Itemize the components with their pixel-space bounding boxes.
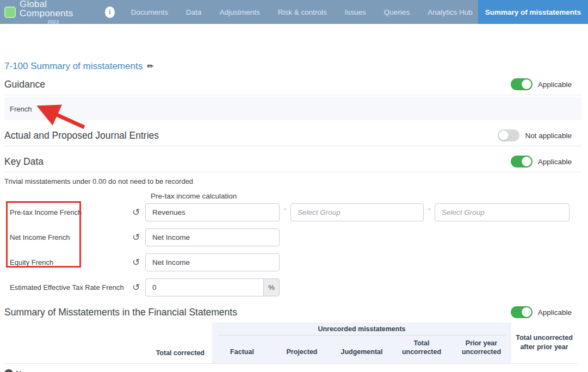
guidance-content-box[interactable]: French [4,97,581,120]
misstatements-table: Total corrected Unrecorded misstatements… [4,323,577,364]
page-title-row: 7-100 Summary of misstatements ✏ [4,61,581,72]
pretax-income-account-input[interactable] [145,203,280,221]
summary-title: Summary of Misstatements in the Financia… [4,307,237,318]
group-header-text: Unrecorded misstatements [218,323,506,336]
pretax-income-label: Pre-tax Income French [4,208,127,216]
journal-entries-toggle[interactable] [498,129,519,141]
group-header-unrecorded-misstatements: Unrecorded misstatements [212,323,511,336]
undo-icon[interactable]: ↺ [127,233,145,242]
column-header-total-uncorrected-after-prior-year: Total uncorrected after prior year [511,323,577,363]
trivial-misstatements-note: Trivial misstatements under 0.00 do not … [4,177,581,185]
toggle-knob [499,131,509,140]
undo-icon[interactable]: ↺ [127,283,145,292]
summary-toggle[interactable] [511,306,533,318]
minus-separator: - [284,203,286,213]
guidance-section-header: Guidance Applicable [4,72,581,95]
new-group-label: New group [16,369,51,372]
plus-circle-icon: + [4,369,13,372]
nav-item-documents[interactable]: Documents [131,8,168,16]
info-icon[interactable]: i [105,7,114,18]
guidance-title: Guidance [4,79,45,90]
summary-section-header: Summary of Misstatements in the Financia… [4,296,581,318]
key-data-toggle[interactable] [511,156,533,168]
equity-label: Equity French [4,258,127,266]
main-content: 7-100 Summary of misstatements ✏ Guidanc… [0,61,588,372]
app-logo-icon [4,7,16,18]
key-data-row-tax-rate: Estimated Effective Tax Rate French ↺ % [4,278,581,296]
page-title[interactable]: 7-100 Summary of misstatements [4,61,143,72]
nav-item-risk-controls[interactable]: Risk & controls [278,8,327,16]
journal-entries-toggle-label: Not applicable [525,132,572,140]
column-header-judgemental: Judgemental [332,336,392,363]
journal-entries-toggle-wrap: Not applicable [498,129,572,141]
guidance-toggle-label: Applicable [538,80,572,89]
pretax-income-group3-input[interactable] [435,203,570,221]
equity-input[interactable] [145,253,280,271]
undo-icon[interactable]: ↺ [127,258,145,267]
tax-rate-input-group: % [145,278,280,296]
app-title: Global Components [20,0,86,18]
column-header-prior-year-uncorrected: Prior year uncorrected [451,336,511,363]
edit-pencil-icon[interactable]: ✏ [147,61,154,71]
app-logo[interactable]: Global Components 2022 [0,0,92,24]
net-income-input[interactable] [145,228,280,246]
guidance-toggle-wrap: Applicable [511,78,572,90]
key-data-section-header: Key Data Applicable [4,146,581,172]
nav-items: Documents Data Adjustments Risk & contro… [131,0,473,24]
nav-item-issues[interactable]: Issues [345,8,366,16]
nav-item-summary-of-misstatements-active[interactable]: Summary of misstatements [478,0,588,24]
pretax-income-group2-input[interactable] [290,203,424,221]
toggle-knob [522,157,531,166]
net-income-label: Net Income French [4,233,127,241]
column-header-projected: Projected [272,336,332,363]
new-group-button[interactable]: + New group [4,369,581,372]
column-header-total-corrected: Total corrected [4,323,212,363]
key-data-row-pretax-income: Pre-tax Income French ↺ - - [4,203,581,221]
key-data-row-net-income: Net Income French ↺ [4,228,581,246]
tax-rate-input[interactable] [145,278,263,296]
key-data-title: Key Data [4,156,44,168]
journal-entries-title: Actual and Proposed Journal Entries [4,130,159,141]
journal-entries-section-header: Actual and Proposed Journal Entries Not … [4,120,581,146]
key-data-toggle-label: Applicable [538,158,572,166]
guidance-content-text: French [10,105,32,113]
app-year: 2022 [47,19,59,24]
summary-toggle-wrap: Applicable [511,306,572,318]
key-data-row-equity: Equity French ↺ [4,253,581,271]
percent-suffix: % [263,278,280,296]
nav-item-data[interactable]: Data [186,8,202,16]
tax-rate-label: Estimated Effective Tax Rate French [4,283,127,292]
summary-toggle-label: Applicable [538,308,572,317]
minus-separator: - [428,203,430,213]
column-header-total-uncorrected: Total uncorrected [392,336,451,363]
guidance-toggle[interactable] [511,78,533,90]
toggle-knob [522,307,531,317]
column-header-factual: Factual [212,336,272,363]
nav-item-analytics-hub[interactable]: Analytics Hub [428,8,473,16]
top-navbar: Global Components 2022 i Documents Data … [0,0,588,24]
nav-item-queries[interactable]: Queries [384,8,410,16]
undo-icon[interactable]: ↺ [127,208,145,217]
key-data-toggle-wrap: Applicable [511,156,572,168]
pretax-income-calc-label: Pre-tax income calculation [151,192,581,200]
toggle-knob [522,79,531,89]
nav-item-adjustments[interactable]: Adjustments [220,8,260,16]
